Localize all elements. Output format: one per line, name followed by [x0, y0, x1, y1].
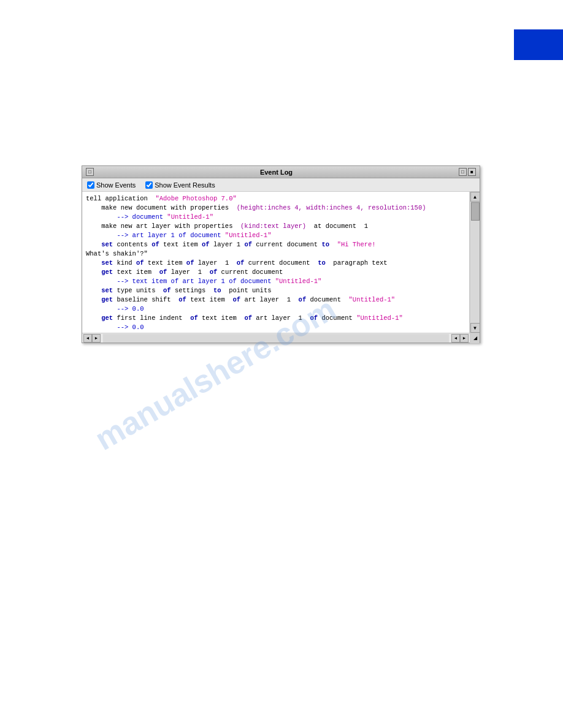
scroll-track[interactable] [470, 202, 480, 323]
code-line: --> text item of art layer 1 of document… [86, 277, 465, 286]
h-scroll-right-arrows[interactable]: ◄ ► [450, 334, 470, 343]
show-events-checkbox[interactable] [87, 181, 94, 189]
scroll-right-end[interactable]: ► [460, 334, 469, 343]
window-close-button[interactable]: □ [86, 168, 94, 176]
window-toolbar: Show Events Show Event Results [82, 178, 480, 192]
code-line: --> document "Untitled-1" [86, 213, 465, 222]
code-line: --> 0.0 [86, 323, 465, 332]
resize-corner[interactable]: ◢ [470, 333, 480, 343]
code-line: get text item of layer 1 of current docu… [86, 268, 465, 277]
code-line: --> art layer 1 of document "Untitled-1" [86, 231, 465, 240]
window-minimize-button[interactable]: □ [459, 168, 467, 176]
window-titlebar: □ Event Log □ ■ [82, 166, 480, 178]
scroll-thumb[interactable] [471, 202, 480, 221]
scroll-left-arrow[interactable]: ◄ [83, 334, 92, 343]
show-event-results-checkbox-label[interactable]: Show Event Results [145, 181, 215, 189]
scroll-down-arrow[interactable]: ▼ [470, 323, 480, 333]
code-line: tell application "Adobe Photoshop 7.0" [86, 194, 465, 203]
code-line: --> 0.0 [86, 305, 465, 314]
show-events-checkbox-label[interactable]: Show Events [87, 181, 136, 189]
code-line: get hyphenation zone of text item of art… [86, 332, 465, 333]
window-content-area: tell application "Adobe Photoshop 7.0" m… [82, 192, 480, 333]
window-controls-right: □ ■ [459, 168, 476, 176]
h-scroll-left-arrows[interactable]: ◄ ► [82, 334, 102, 343]
show-event-results-label: Show Event Results [155, 181, 215, 189]
blue-accent-rect [514, 29, 563, 60]
window-maximize-button[interactable]: ■ [468, 168, 476, 176]
scroll-right-small[interactable]: ► [92, 334, 101, 343]
window-title: Event Log [94, 169, 459, 176]
log-content[interactable]: tell application "Adobe Photoshop 7.0" m… [82, 192, 470, 333]
show-event-results-checkbox[interactable] [145, 181, 153, 189]
code-line: get baseline shift of text item of art l… [86, 295, 465, 305]
window-bottom-bar: ◄ ► ◄ ► ◢ [82, 333, 480, 343]
code-line: make new document with properties (heigh… [86, 203, 465, 213]
code-line: set type units of settings to point unit… [86, 286, 465, 295]
code-line: set kind of text item of layer 1 of curr… [86, 259, 465, 268]
code-line: make new art layer with properties (kind… [86, 222, 465, 231]
vertical-scrollbar[interactable]: ▲ ▼ [470, 192, 480, 333]
event-log-window: □ Event Log □ ■ Show Events Show Event R… [82, 165, 480, 343]
code-line: set contents of text item of layer 1 of … [86, 240, 465, 249]
window-controls-left: □ [86, 168, 94, 176]
show-events-label: Show Events [96, 181, 136, 189]
horizontal-scroll-track[interactable] [103, 334, 449, 343]
code-line: get first line indent of text item of ar… [86, 314, 465, 323]
code-line: What's shakin'?" [86, 249, 465, 259]
scroll-left-end[interactable]: ◄ [451, 334, 460, 343]
scroll-up-arrow[interactable]: ▲ [470, 192, 480, 202]
